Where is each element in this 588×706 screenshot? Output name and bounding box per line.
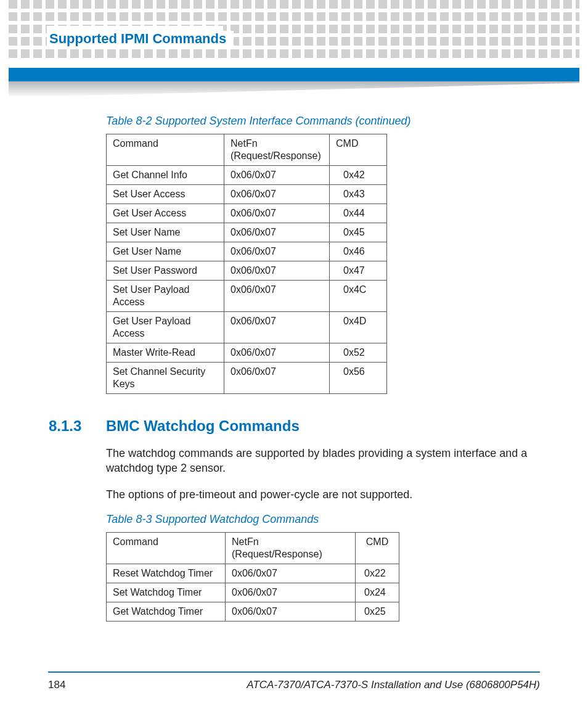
table-cell: Set User Password <box>107 261 224 281</box>
table-cell: 0x52 <box>330 343 387 363</box>
table-cell: 0x47 <box>330 261 387 281</box>
table-row: Set Channel Security Keys0x06/0x070x56 <box>107 363 387 394</box>
table-row: Master Write-Read0x06/0x070x52 <box>107 343 387 363</box>
table-cell: Get User Access <box>107 204 224 223</box>
table-cell: 0x43 <box>330 185 387 204</box>
table-cell: 0x06/0x07 <box>224 363 330 394</box>
table-cell: 0x42 <box>330 166 387 185</box>
table-cell: Get User Name <box>107 242 224 261</box>
table-8-2-caption: Table 8-2 Supported System Interface Com… <box>106 115 539 128</box>
table-cell: Set User Access <box>107 185 224 204</box>
table-header-cell: NetFn (Request/Response) <box>224 134 330 166</box>
section-title: BMC Watchdog Commands <box>106 417 300 435</box>
table-header-cell: CMD <box>330 134 387 166</box>
table-cell: 0x06/0x07 <box>224 312 330 343</box>
body-paragraph: The options of pre-timeout and power-cyc… <box>106 487 539 502</box>
table-cell: 0x06/0x07 <box>224 185 330 204</box>
page-footer: 184 ATCA-7370/ATCA-7370-S Installation a… <box>48 679 540 691</box>
section-number: 8.1.3 <box>49 417 106 435</box>
table-header-cell: NetFn (Request/Response) <box>226 532 356 564</box>
section-heading-8-1-3: 8.1.3 BMC Watchdog Commands <box>49 417 539 435</box>
table-8-3: Command NetFn (Request/Response) CMD Res… <box>106 532 399 622</box>
page-number: 184 <box>48 679 65 691</box>
table-cell: 0x06/0x07 <box>224 223 330 242</box>
table-cell: Reset Watchdog Timer <box>107 564 226 583</box>
table-cell: Set User Name <box>107 223 224 242</box>
table-header-cell: CMD <box>356 532 399 564</box>
table-row: Get Channel Info0x06/0x070x42 <box>107 166 387 185</box>
table-cell: 0x06/0x07 <box>224 204 330 223</box>
table-cell: 0x06/0x07 <box>226 564 356 583</box>
table-cell: 0x44 <box>330 204 387 223</box>
table-8-3-caption: Table 8-3 Supported Watchdog Commands <box>106 513 539 526</box>
table-cell: Master Write-Read <box>107 343 224 363</box>
table-cell: 0x06/0x07 <box>224 261 330 281</box>
table-row: Reset Watchdog Timer0x06/0x070x22 <box>107 564 399 583</box>
table-row: Set User Name0x06/0x070x45 <box>107 223 387 242</box>
table-8-2: Command NetFn (Request/Response) CMD Get… <box>106 134 387 394</box>
table-cell: 0x22 <box>356 564 399 583</box>
table-cell: 0x06/0x07 <box>224 166 330 185</box>
table-cell: Get Channel Info <box>107 166 224 185</box>
footer-rule <box>48 671 540 673</box>
table-cell: Get User Payload Access <box>107 312 224 343</box>
table-cell: Set Watchdog Timer <box>107 583 226 602</box>
table-header-cell: Command <box>107 134 224 166</box>
table-row: Set User Password0x06/0x070x47 <box>107 261 387 281</box>
header-wedge-shadow <box>9 81 579 97</box>
table-cell: 0x4C <box>330 281 387 312</box>
header-blue-bar <box>9 68 579 81</box>
table-row: Set Watchdog Timer0x06/0x070x24 <box>107 583 399 602</box>
document-title: ATCA-7370/ATCA-7370-S Installation and U… <box>247 679 540 691</box>
table-cell: 0x06/0x07 <box>224 281 330 312</box>
table-cell: 0x45 <box>330 223 387 242</box>
table-row: Get User Access0x06/0x070x44 <box>107 204 387 223</box>
page-header-title: Supported IPMI Commands <box>49 31 234 47</box>
table-header-cell: Command <box>107 532 226 564</box>
table-row: Get User Payload Access0x06/0x070x4D <box>107 312 387 343</box>
table-cell: 0x06/0x07 <box>224 242 330 261</box>
table-cell: 0x24 <box>356 583 399 602</box>
table-row: Set User Access0x06/0x070x43 <box>107 185 387 204</box>
body-paragraph: The watchdog commands are supported by b… <box>106 446 539 476</box>
table-cell: 0x06/0x07 <box>224 343 330 363</box>
table-cell: 0x06/0x07 <box>226 583 356 602</box>
table-cell: Get Watchdog Timer <box>107 602 226 621</box>
table-cell: Set User Payload Access <box>107 281 224 312</box>
table-cell: 0x46 <box>330 242 387 261</box>
table-cell: 0x25 <box>356 602 399 621</box>
table-cell: 0x06/0x07 <box>226 602 356 621</box>
table-cell: 0x56 <box>330 363 387 394</box>
table-row: Get Watchdog Timer0x06/0x070x25 <box>107 602 399 621</box>
table-row: Set User Payload Access0x06/0x070x4C <box>107 281 387 312</box>
table-cell: 0x4D <box>330 312 387 343</box>
table-cell: Set Channel Security Keys <box>107 363 224 394</box>
table-row: Get User Name0x06/0x070x46 <box>107 242 387 261</box>
